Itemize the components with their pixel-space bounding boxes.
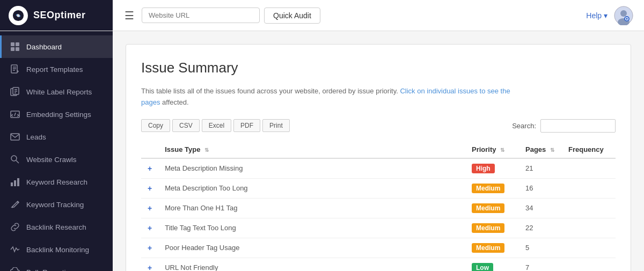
sidebar-item-label: Report Templates: [26, 65, 83, 74]
priority-badge: Low: [472, 263, 493, 271]
help-button[interactable]: Help ▾: [586, 11, 608, 20]
frequency-cell: [562, 178, 616, 198]
issue-table: Issue Type ⇅ Priority ⇅ Pages ⇅ Freque: [141, 141, 616, 271]
csv-button[interactable]: CSV: [172, 119, 200, 132]
sidebar-item-label: Leads: [26, 133, 46, 141]
bar-chart-icon: [10, 177, 20, 187]
priority-cell: Low: [465, 258, 519, 271]
sidebar-item-dashboard[interactable]: Dashboard: [0, 35, 113, 58]
pdf-button[interactable]: PDF: [233, 119, 260, 132]
sidebar-item-label: Backlink Research: [26, 223, 86, 231]
th-issue-type[interactable]: Issue Type ⇅: [158, 141, 465, 158]
table-row[interactable]: + Meta Description Too Long Medium 16: [141, 178, 616, 198]
issue-type-cell: Meta Description Too Long: [158, 178, 465, 198]
sort-icon-priority: ⇅: [500, 147, 504, 153]
priority-cell: Medium: [465, 238, 519, 258]
expand-button[interactable]: +: [148, 164, 152, 173]
main-layout: Dashboard Report Templates White Label R…: [0, 31, 644, 271]
issue-type-cell: URL Not Friendly: [158, 258, 465, 271]
sidebar-item-embedding-settings[interactable]: Embedding Settings: [0, 103, 113, 126]
sidebar-item-bulk-reporting[interactable]: Bulk Reporting: [0, 261, 113, 271]
copy-button[interactable]: Copy: [141, 119, 170, 132]
table-row[interactable]: + More Than One H1 Tag Medium 34: [141, 198, 616, 218]
expand-button[interactable]: +: [148, 184, 152, 193]
svg-point-16: [11, 156, 17, 161]
frequency-cell: [562, 158, 616, 179]
th-pages[interactable]: Pages ⇅: [519, 141, 562, 158]
sidebar-item-white-label-reports[interactable]: White Label Reports: [0, 80, 113, 103]
priority-cell: High: [465, 158, 519, 179]
user-avatar-icon[interactable]: [614, 6, 633, 25]
table-header: Issue Type ⇅ Priority ⇅ Pages ⇅ Freque: [141, 141, 616, 158]
search-input[interactable]: [540, 119, 616, 133]
topbar-middle: ☰ Quick Audit: [113, 6, 575, 25]
sidebar-item-label: Keyword Research: [26, 178, 87, 186]
sort-icon-issue: ⇅: [204, 147, 209, 153]
search-label: Search:: [512, 122, 536, 130]
mail-icon: [10, 132, 20, 142]
expand-button[interactable]: +: [148, 224, 152, 232]
hamburger-button[interactable]: ☰: [121, 6, 137, 25]
sidebar-item-backlink-research[interactable]: Backlink Research: [0, 216, 113, 238]
description-text-end: affected.: [162, 98, 189, 106]
embed-icon: [10, 109, 20, 119]
sidebar-item-keyword-research[interactable]: Keyword Research: [0, 171, 113, 193]
th-expand: [141, 141, 158, 158]
excel-button[interactable]: Excel: [202, 119, 231, 132]
priority-badge: Medium: [472, 243, 504, 253]
expand-cell: +: [141, 158, 158, 179]
pages-cell: 16: [519, 178, 562, 198]
sidebar-item-label: Backlink Monitoring: [26, 246, 89, 254]
file-edit-icon: [10, 64, 20, 74]
table-row[interactable]: + URL Not Friendly Low 7: [141, 258, 616, 271]
sidebar-item-label: Website Crawls: [26, 156, 77, 164]
sidebar-item-website-crawls[interactable]: Website Crawls: [0, 148, 113, 171]
print-button[interactable]: Print: [262, 119, 290, 132]
sidebar-item-report-templates[interactable]: Report Templates: [0, 58, 113, 80]
table-row[interactable]: + Title Tag Text Too Long Medium 22: [141, 218, 616, 238]
pages-cell: 22: [519, 218, 562, 238]
description-text-start: This table lists all of the issues found…: [141, 87, 398, 95]
svg-rect-19: [17, 178, 19, 186]
expand-cell: +: [141, 178, 158, 198]
expand-button[interactable]: +: [148, 263, 152, 271]
topbar: SEOptimer ☰ Quick Audit Help ▾: [0, 0, 644, 31]
svg-rect-18: [14, 180, 16, 186]
frequency-cell: [562, 218, 616, 238]
activity-icon: [10, 245, 20, 254]
sidebar-item-label: Keyword Tracking: [26, 201, 84, 209]
pages-cell: 5: [519, 238, 562, 258]
page-description: This table lists all of the issues found…: [141, 86, 517, 108]
sidebar-item-backlink-monitoring[interactable]: Backlink Monitoring: [0, 238, 113, 261]
svg-rect-8: [16, 42, 19, 46]
expand-button[interactable]: +: [148, 244, 152, 252]
sidebar-item-keyword-tracking[interactable]: Keyword Tracking: [0, 193, 113, 216]
url-input[interactable]: [142, 8, 260, 23]
topbar-right: Help ▾: [575, 6, 644, 25]
issue-type-cell: Meta Description Missing: [158, 158, 465, 179]
expand-cell: +: [141, 198, 158, 218]
quick-audit-button[interactable]: Quick Audit: [264, 8, 320, 24]
pages-cell: 34: [519, 198, 562, 218]
th-frequency[interactable]: Frequency: [562, 141, 616, 158]
sidebar-item-label: Embedding Settings: [26, 111, 91, 119]
sidebar-item-label: White Label Reports: [26, 88, 92, 96]
priority-badge: Medium: [472, 203, 504, 213]
logo-text: SEOptimer: [33, 10, 86, 21]
expand-cell: +: [141, 218, 158, 238]
table-row[interactable]: + Poor Header Tag Usage Medium 5: [141, 238, 616, 258]
priority-cell: Medium: [465, 218, 519, 238]
table-row[interactable]: + Meta Description Missing High 21: [141, 158, 616, 179]
svg-rect-9: [11, 47, 14, 51]
pages-cell: 7: [519, 258, 562, 271]
svg-rect-10: [16, 47, 19, 51]
link-icon: [10, 222, 20, 232]
content-area: Issue Summary This table lists all of th…: [113, 31, 644, 271]
search-area: Search:: [512, 119, 616, 133]
svg-point-1: [17, 14, 20, 17]
expand-button[interactable]: +: [148, 204, 152, 213]
sidebar-item-leads[interactable]: Leads: [0, 126, 113, 148]
cloud-icon: [10, 267, 20, 271]
frequency-cell: [562, 198, 616, 218]
th-priority[interactable]: Priority ⇅: [465, 141, 519, 158]
